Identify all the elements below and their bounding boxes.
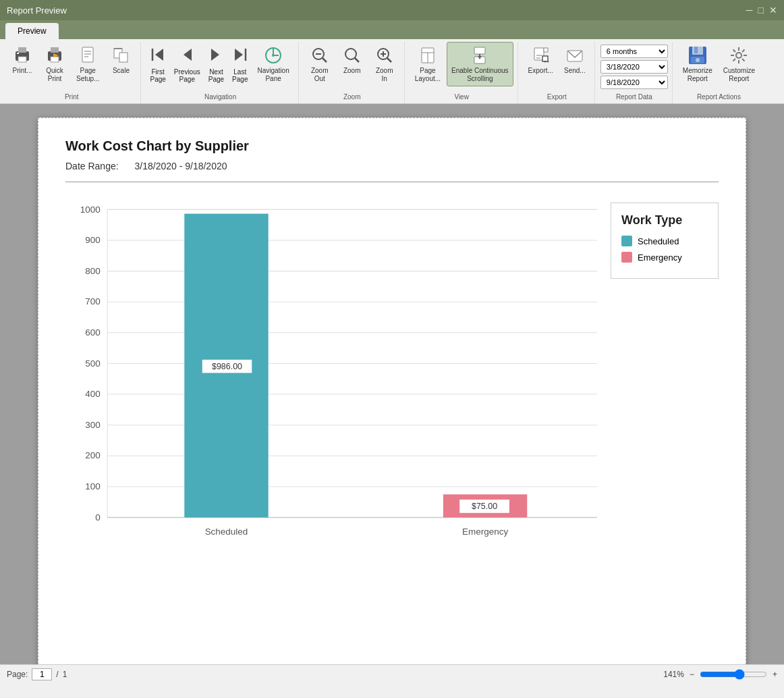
svg-text:$986.00: $986.00 <box>212 362 242 371</box>
print-icon <box>11 45 33 67</box>
export-buttons: Export... Send... <box>524 42 590 92</box>
last-page-button[interactable]: LastPage <box>229 42 251 86</box>
export-label: Export... <box>528 67 553 75</box>
tab-preview[interactable]: Preview <box>5 23 59 39</box>
zoom-group-label: Zoom <box>304 92 400 103</box>
print-buttons: Print... QuickPrint PageSetup... <box>7 42 136 92</box>
period-dropdown[interactable]: 6 months 3 months 1 year Custom <box>600 45 668 58</box>
legend-label-scheduled: Scheduled <box>638 236 679 246</box>
close-button[interactable]: ✕ <box>769 5 777 16</box>
legend-title: Work Type <box>621 213 708 227</box>
first-page-button[interactable]: FirstPage <box>146 42 169 86</box>
send-label: Send... <box>564 67 586 75</box>
tab-bar: Preview <box>0 20 784 39</box>
quick-print-icon <box>44 45 65 67</box>
ribbon-group-navigation: FirstPage PreviousPage NextPage <box>142 42 298 103</box>
page-setup-button[interactable]: PageSetup... <box>72 42 104 86</box>
svg-rect-47 <box>542 56 548 61</box>
zoom-in-button[interactable]: ZoomIn <box>369 42 400 86</box>
svg-text:400: 400 <box>85 389 100 399</box>
svg-marker-18 <box>211 49 219 61</box>
ribbon-group-export: Export... Send... Export <box>520 42 595 103</box>
previous-page-button[interactable]: PreviousPage <box>171 42 204 86</box>
first-page-label: FirstPage <box>150 68 165 83</box>
export-button[interactable]: Export... <box>524 42 558 78</box>
total-pages: 1 <box>63 670 67 679</box>
navigation-group-label: Navigation <box>146 92 293 103</box>
previous-page-label: PreviousPage <box>174 68 200 83</box>
ribbon-content: Print... QuickPrint PageSetup... <box>0 39 784 103</box>
legend-item-scheduled: Scheduled <box>621 236 708 246</box>
svg-point-24 <box>272 54 275 57</box>
quick-print-button[interactable]: QuickPrint <box>39 42 70 86</box>
report-page: Work Cost Chart by Supplier Date Range: … <box>38 117 746 664</box>
scale-button[interactable]: Scale <box>105 42 136 78</box>
zoom-minus-icon[interactable]: − <box>690 670 694 679</box>
svg-rect-1 <box>18 47 26 53</box>
start-date-dropdown[interactable]: 3/18/2020 <box>600 60 668 74</box>
send-button[interactable]: Send... <box>559 42 590 78</box>
zoom-out-label: ZoomOut <box>311 67 329 83</box>
end-date-dropdown[interactable]: 9/18/2020 <box>600 76 668 89</box>
page-layout-icon <box>417 45 439 67</box>
zoom-slider[interactable] <box>700 669 767 680</box>
svg-line-29 <box>355 58 359 62</box>
export-group-label: Export <box>524 92 590 103</box>
memorize-report-button[interactable]: MemorizeReport <box>678 42 717 86</box>
page-layout-button[interactable]: PageLayout... <box>410 42 445 86</box>
maximize-button[interactable]: □ <box>758 5 764 16</box>
svg-text:Emergency: Emergency <box>462 527 508 537</box>
legend-item-emergency: Emergency <box>621 252 708 263</box>
zoom-button[interactable]: Zoom <box>337 42 368 78</box>
memorize-report-label: MemorizeReport <box>683 67 712 83</box>
legend-color-scheduled <box>621 236 632 246</box>
view-buttons: PageLayout... Enable ContinuousScrolling <box>410 42 513 92</box>
print-button[interactable]: Print... <box>7 42 38 78</box>
zoom-out-button[interactable]: ZoomOut <box>304 42 335 86</box>
svg-point-55 <box>736 53 741 58</box>
svg-text:500: 500 <box>85 358 100 369</box>
report-title: Work Cost Chart by Supplier <box>65 138 719 154</box>
next-page-icon <box>208 45 223 67</box>
navigation-pane-icon <box>262 45 284 67</box>
svg-rect-8 <box>82 47 93 62</box>
memorize-report-icon <box>687 45 708 67</box>
chart-svg: 1000 900 800 700 600 500 <box>65 203 597 552</box>
svg-rect-43 <box>544 48 548 52</box>
svg-line-33 <box>387 58 391 62</box>
navigation-pane-label: NavigationPane <box>257 67 289 83</box>
page-separator: / <box>56 670 58 679</box>
minimize-button[interactable]: ─ <box>746 5 753 16</box>
navigation-pane-button[interactable]: NavigationPane <box>252 42 293 86</box>
send-icon <box>564 45 586 67</box>
svg-text:700: 700 <box>85 296 100 306</box>
date-range-value: 3/18/2020 - 9/18/2020 <box>135 161 227 171</box>
page-number-input[interactable] <box>32 668 52 680</box>
svg-text:$75.00: $75.00 <box>472 502 497 511</box>
navigation-buttons: FirstPage PreviousPage NextPage <box>146 42 293 92</box>
zoom-in-icon <box>374 45 395 67</box>
quick-print-label: QuickPrint <box>46 67 63 83</box>
status-left: Page: / 1 <box>7 668 67 680</box>
status-right: 141% − + <box>663 669 777 680</box>
customize-report-button[interactable]: CustomizeReport <box>719 42 760 86</box>
previous-page-icon <box>179 45 194 67</box>
customize-report-label: CustomizeReport <box>723 67 755 83</box>
first-page-icon <box>150 45 165 67</box>
next-page-label: NextPage <box>208 68 224 83</box>
svg-text:1000: 1000 <box>80 205 101 215</box>
legend-label-emergency: Emergency <box>638 252 682 263</box>
zoom-plus-icon[interactable]: + <box>773 670 777 679</box>
svg-rect-5 <box>51 47 59 53</box>
window-title: Report Preview <box>7 5 67 16</box>
svg-rect-6 <box>51 57 59 62</box>
next-page-button[interactable]: NextPage <box>205 42 227 86</box>
svg-point-28 <box>345 49 356 59</box>
ribbon: Print... QuickPrint PageSetup... <box>0 39 784 104</box>
page-label: Page: <box>7 670 28 679</box>
report-actions-group-label: Report Actions <box>678 92 760 103</box>
chart-area: 1000 900 800 700 600 500 <box>65 203 597 554</box>
enable-continuous-button[interactable]: Enable ContinuousScrolling <box>447 42 513 86</box>
last-page-icon <box>233 45 248 67</box>
main-area: Work Cost Chart by Supplier Date Range: … <box>0 104 784 664</box>
